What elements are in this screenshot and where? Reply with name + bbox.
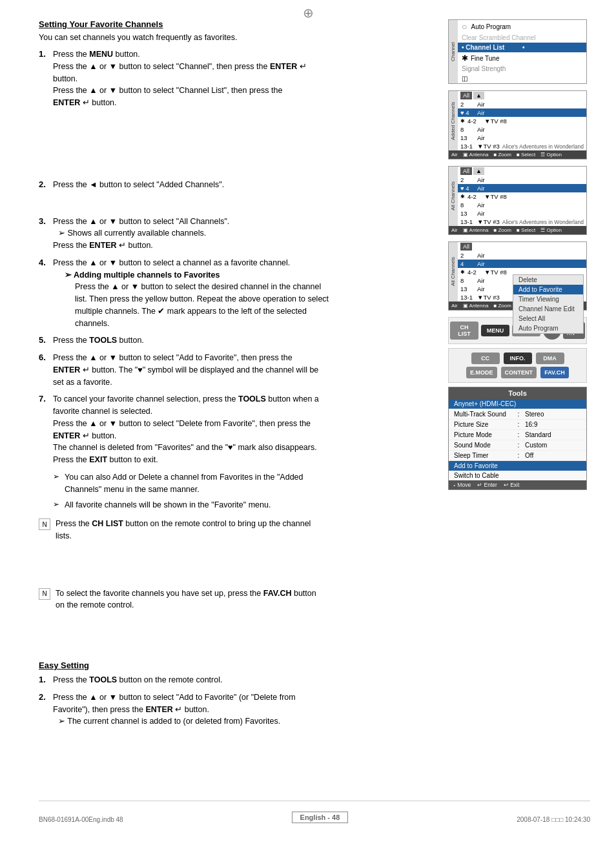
content-button[interactable]: CONTENT — [501, 367, 537, 378]
bottom-left: BN68-01691A-00Eng.indb 48 — [39, 816, 123, 823]
remote-row-1: CC INFO. DMA — [454, 353, 581, 364]
tv-screen-3-body: All Channels All ▲ 2Air ♥ 4Air ✱ 4-2▼TV … — [449, 167, 586, 226]
tv-screen-2: Added Channels All ▲ 2Air ♥ 4Air ✱ 4-2▼T… — [448, 90, 587, 159]
tv-side-label-2: Added Channels — [449, 91, 458, 150]
easy-step-1: 1. Press the TOOLS button on the remote … — [39, 674, 435, 686]
tools-add-fav-btn[interactable]: Add to Favorite — [449, 461, 586, 471]
tv-footer-2: Air▣ Antenna■ Zoom■ Select☰ Option — [449, 150, 586, 159]
step-6-num: 6. — [39, 352, 53, 362]
note-1-text: Press the CH LIST button on the remote c… — [56, 518, 311, 542]
info-button[interactable]: INFO. — [504, 353, 532, 364]
step-4: 4. Press the ▲ or ▼ button to select a c… — [39, 257, 435, 330]
step-7: 7. To cancel your favorite channel selec… — [39, 393, 435, 466]
main-content: Setting Your Favorite Channels You can s… — [39, 19, 590, 733]
step-3: 3. Press the ▲ or ▼ button to select "Al… — [39, 216, 435, 252]
dma-button[interactable]: DMA — [536, 353, 564, 364]
step-3-content: Press the ▲ or ▼ button to select "All C… — [53, 216, 435, 252]
remote-bottom-rows: CC INFO. DMA E.MODE CONTENT FAV.CH — [448, 348, 587, 383]
tools-popup-title: Tools — [449, 387, 586, 399]
note-2-text: To select the favorite channels you have… — [56, 588, 316, 612]
easy-step-1-content: Press the TOOLS button on the remote con… — [53, 674, 435, 686]
tv-screen-1-body: Channel ○ Auto Program Clear Scrambled C… — [449, 20, 586, 83]
tools-picsize-label: Picture Size — [454, 421, 512, 428]
ch-row: 13Air — [458, 134, 586, 142]
tools-row-anynet: Anynet+ (HDMI-CEC) — [449, 399, 586, 409]
tools-row-picture-mode: Picture Mode : Standard — [449, 430, 586, 440]
tv-side-label-3: All Channels — [449, 167, 458, 226]
note-2: N To select the favorite channels you ha… — [39, 588, 435, 612]
ch-row: 13-1▼TV #3Alice's Adventures in Wonderla… — [458, 218, 586, 226]
popup-name-edit: Channel Name Edit — [513, 304, 583, 314]
sub-note-2: ➢ All favorite channels will be shown in… — [53, 499, 435, 511]
tools-popup: Tools Anynet+ (HDMI-CEC) Multi-Track Sou… — [448, 387, 587, 490]
ch-row: 4Air — [458, 260, 586, 268]
ch-list-button[interactable]: CH LIST — [450, 322, 478, 340]
step-1: 1. Press the MENU button. Press the ▲ or… — [39, 48, 435, 109]
tools-switch-cable-btn[interactable]: Switch to Cable — [449, 471, 586, 480]
bottom-right: 2008-07-18 □□□ 10:24:30 — [517, 816, 590, 823]
step-6: 6. Press the ▲ or ▼ button to select "Ad… — [39, 352, 435, 388]
ch-row: 8Air — [458, 125, 586, 134]
adding-multiple-title: Adding multiple channels to Favorites — [74, 271, 220, 280]
tools-row-sleep: Sleep Timer : Off — [449, 451, 586, 461]
left-column: Setting Your Favorite Channels You can s… — [39, 19, 448, 733]
easy-step-2-content: Press the ▲ or ▼ button to select "Add t… — [53, 691, 435, 728]
favch-button[interactable]: FAV.CH — [540, 367, 569, 378]
step-4-content: Press the ▲ or ▼ button to select a chan… — [53, 257, 435, 330]
easy-setting-title: Easy Setting — [39, 660, 435, 670]
note-1-icon: N — [39, 518, 50, 530]
tools-sound-val: Stereo — [525, 411, 544, 418]
step-2-content: Press the ◄ button to select "Added Chan… — [53, 179, 435, 191]
tools-popup-tv: Delete Add to Favorite Timer Viewing Cha… — [513, 274, 584, 334]
step-7-content: To cancel your favorite channel selectio… — [53, 393, 435, 466]
tools-sleep-label: Sleep Timer — [454, 452, 512, 459]
cc-button[interactable]: CC — [471, 353, 500, 364]
step-4-num: 4. — [39, 257, 53, 267]
ch-row: 8Air — [458, 201, 586, 209]
step-6-content: Press the ▲ or ▼ button to select "Add t… — [53, 352, 435, 388]
step-3-num: 3. — [39, 216, 53, 226]
tv-channel-list-3: All ▲ 2Air ♥ 4Air ✱ 4-2▼TV #8 8Air 13Air… — [458, 167, 586, 226]
tools-footer: ⬩ Move↵ Enter↩ Exit — [449, 480, 586, 489]
step-5-num: 5. — [39, 334, 53, 345]
ch-row: 13Air — [458, 209, 586, 218]
tv-screen-4: All Channels All 2Air 4Air ✱ 4-2▼TV #8 8… — [448, 241, 587, 311]
tools-anynet-label: Anynet+ (HDMI-CEC) — [454, 400, 516, 407]
ch-row: 2Air — [458, 251, 586, 260]
popup-select-all: Select All — [513, 314, 583, 323]
tv-screen-2-body: Added Channels All ▲ 2Air ♥ 4Air ✱ 4-2▼T… — [449, 91, 586, 150]
easy-setting: Easy Setting 1. Press the TOOLS button o… — [39, 660, 435, 728]
tools-sleep-val: Off — [525, 452, 533, 459]
tools-picmode-val: Standard — [525, 431, 551, 438]
emode-button[interactable]: E.MODE — [466, 367, 497, 378]
page: ⊕ Setting Your Favorite Channels You can… — [0, 0, 616, 849]
bottom-bar: BN68-01691A-00Eng.indb 48 English - 48 2… — [39, 801, 590, 823]
note-1: N Press the CH LIST button on the remote… — [39, 518, 435, 542]
tools-row-sound: Multi-Track Sound : Stereo — [449, 409, 586, 420]
easy-step-1-num: 1. — [39, 674, 53, 684]
tv-side-label-4: All Channels — [449, 242, 458, 302]
popup-delete: Delete — [513, 275, 583, 285]
menu-button[interactable]: MENU — [481, 325, 509, 336]
ch-row: ✱ 4-2▼TV #8 — [458, 117, 586, 125]
step-1-content: Press the MENU button. Press the ▲ or ▼ … — [53, 48, 435, 109]
tools-sound-label: Multi-Track Sound — [454, 411, 512, 418]
step-2-num: 2. — [39, 179, 53, 189]
remote-row-2: E.MODE CONTENT FAV.CH — [454, 367, 581, 378]
tv-channel-list-2: All ▲ 2Air ♥ 4Air ✱ 4-2▼TV #8 8Air 13Air… — [458, 91, 586, 150]
note-2-icon: N — [39, 588, 50, 600]
ch-row: ♥ 4Air — [458, 108, 586, 117]
ch-row: ♥ 4Air — [458, 184, 586, 192]
compass-icon-top: ⊕ — [303, 5, 314, 21]
step-5: 5. Press the TOOLS button. — [39, 334, 435, 347]
easy-step-2: 2. Press the ▲ or ▼ button to select "Ad… — [39, 691, 435, 728]
sub-note-1: ➢ You can also Add or Delete a channel f… — [53, 471, 435, 496]
step-2: 2. Press the ◄ button to select "Added C… — [39, 179, 435, 191]
popup-auto-program: Auto Program — [513, 323, 583, 333]
tools-picmode-label: Picture Mode — [454, 431, 512, 438]
easy-step-2-num: 2. — [39, 691, 53, 702]
ch-row: 2Air — [458, 100, 586, 108]
ch-row: 2Air — [458, 176, 586, 184]
step-5-content: Press the TOOLS button. — [53, 334, 435, 347]
intro-text: You can set channels you watch frequentl… — [39, 33, 435, 42]
